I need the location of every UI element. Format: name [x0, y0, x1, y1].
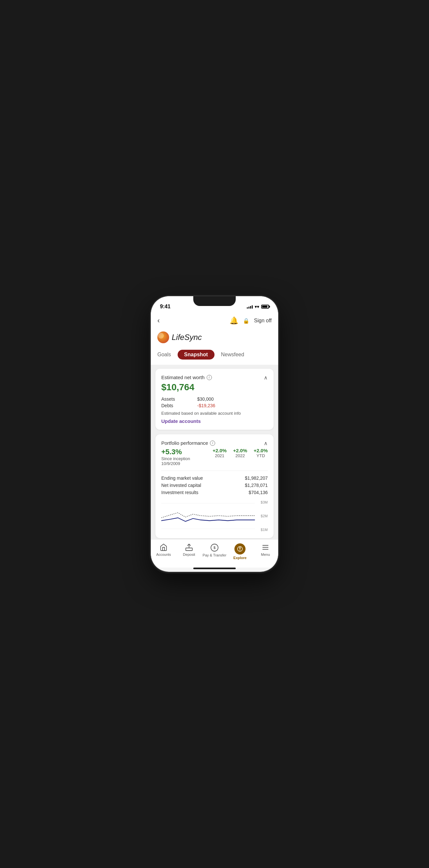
deposit-icon [185, 544, 193, 551]
nav-item-accounts[interactable]: Accounts [151, 542, 176, 561]
svg-marker-8 [239, 547, 241, 549]
chart-labels: $3M $2M $1M [261, 500, 268, 532]
portfolio-chart: $3M $2M $1M [161, 500, 268, 532]
investment-results-row: Investment results $704,136 [161, 490, 268, 495]
portfolio-info-icon[interactable]: i [210, 440, 215, 446]
nav-item-deposit[interactable]: Deposit [176, 542, 202, 561]
net-worth-card-header: Estimated net worth i ∧ [161, 375, 268, 381]
signal-bar-2 [248, 307, 249, 309]
portfolio-chart-svg [161, 500, 258, 532]
top-nav-right: 🔔 🔒 Sign off [229, 316, 272, 325]
year-perf-ytd-label: YTD [254, 453, 268, 458]
status-time: 9:41 [160, 304, 171, 310]
wifi-icon: ▾▾ [255, 304, 259, 309]
estimated-note: Estimated based on available account inf… [161, 411, 268, 416]
since-inception-block: +5.3% Since inception 10/9/2009 [161, 448, 213, 466]
phone-frame: 9:41 ▾▾ ‹ 🔔 🔒 [151, 296, 278, 572]
portfolio-card: Portfolio performance i ∧ +5.3% Since in… [155, 434, 274, 538]
since-date: 10/9/2009 [161, 461, 213, 466]
signal-icon [247, 305, 253, 309]
net-worth-collapse-icon[interactable]: ∧ [264, 375, 268, 381]
svg-text:$: $ [214, 546, 215, 550]
assets-row: Assets $30,000 [161, 397, 268, 402]
nav-item-pay-transfer[interactable]: $ Pay & Transfer [202, 542, 227, 561]
battery-fill [262, 306, 267, 308]
nav-label-deposit: Deposit [183, 553, 195, 556]
compass-icon [237, 546, 243, 552]
bottom-nav: Accounts Deposit $ Pay & Transfer [151, 539, 278, 567]
nav-label-explore: Explore [234, 556, 246, 560]
accounts-icon [160, 544, 167, 551]
portfolio-main-perf: +5.3% Since inception 10/9/2009 +2.0% 20… [161, 448, 268, 466]
menu-icon [262, 544, 269, 551]
debts-label: Debts [161, 403, 184, 408]
logo-area: LifeSync [151, 329, 278, 348]
content-area: Estimated net worth i ∧ $10,764 Assets $… [151, 365, 278, 539]
year-perf-2021: +2.0% 2021 [213, 448, 226, 458]
chart-label-1m: $1M [261, 528, 268, 532]
signal-bar-4 [252, 305, 253, 309]
sign-off-button[interactable]: Sign off [254, 318, 272, 323]
svg-marker-9 [239, 549, 241, 552]
top-nav: ‹ 🔔 🔒 Sign off [151, 312, 278, 329]
ending-market-row: Ending market value $1,982,207 [161, 475, 268, 481]
net-invested-row: Net invested capital $1,278,071 [161, 483, 268, 488]
year-perf-2021-value: +2.0% [213, 448, 226, 453]
year-perf-ytd-value: +2.0% [254, 448, 268, 453]
logo-image [157, 332, 169, 343]
year-perf-2021-label: 2021 [213, 453, 226, 458]
net-worth-info-icon[interactable]: i [207, 375, 212, 380]
nav-label-menu: Menu [261, 553, 270, 556]
home-indicator [193, 567, 236, 569]
signal-bar-3 [250, 306, 251, 309]
net-worth-value: $10,764 [161, 382, 268, 393]
svg-rect-3 [186, 548, 192, 551]
chart-label-3m: $3M [261, 500, 268, 504]
assets-label: Assets [161, 397, 184, 402]
year-perf-ytd: +2.0% YTD [254, 448, 268, 458]
notch [193, 296, 236, 306]
investment-results-label: Investment results [161, 490, 198, 495]
status-icons: ▾▾ [247, 304, 269, 309]
back-button[interactable]: ‹ [157, 316, 160, 325]
pay-transfer-icon: $ [210, 544, 219, 552]
bell-icon[interactable]: 🔔 [229, 316, 238, 325]
net-worth-title: Estimated net worth i [161, 375, 212, 380]
year-perf-2022-label: 2022 [233, 453, 247, 458]
nav-item-explore[interactable]: Explore [227, 542, 253, 561]
year-perf-2022: +2.0% 2022 [233, 448, 247, 458]
nav-item-menu[interactable]: Menu [253, 542, 278, 561]
ending-market-label: Ending market value [161, 475, 203, 481]
debts-row: Debts -$19,236 [161, 403, 268, 408]
nav-label-pay-transfer: Pay & Transfer [203, 553, 226, 557]
main-perf-value: +5.3% [161, 448, 213, 456]
tab-goals[interactable]: Goals [157, 350, 171, 359]
explore-icon [235, 544, 246, 555]
nav-label-accounts: Accounts [156, 553, 171, 556]
debts-value: -$19,236 [197, 403, 215, 408]
phone-screen: 9:41 ▾▾ ‹ 🔔 🔒 [151, 296, 278, 572]
tabs-container: Goals Snapshot Newsfeed [151, 348, 278, 365]
logo-text: LifeSync [172, 333, 202, 342]
net-invested-value: $1,278,071 [245, 483, 268, 488]
battery-icon [261, 305, 269, 309]
signal-bar-1 [247, 307, 248, 309]
ending-market-value: $1,982,207 [245, 475, 268, 481]
portfolio-card-header: Portfolio performance i ∧ [161, 440, 268, 446]
year-perf-2022-value: +2.0% [233, 448, 247, 453]
assets-value: $30,000 [197, 397, 214, 402]
since-label: Since inception [161, 456, 213, 461]
main-content: ‹ 🔔 🔒 Sign off LifeSync Goals Snapshot N… [151, 312, 278, 539]
tab-snapshot[interactable]: Snapshot [178, 350, 214, 360]
portfolio-title: Portfolio performance i [161, 440, 215, 446]
portfolio-collapse-icon[interactable]: ∧ [264, 440, 268, 446]
lock-icon: 🔒 [243, 318, 249, 324]
portfolio-divider [161, 471, 268, 471]
tab-newsfeed[interactable]: Newsfeed [221, 350, 244, 359]
update-accounts-link[interactable]: Update accounts [161, 418, 268, 424]
net-worth-card: Estimated net worth i ∧ $10,764 Assets $… [155, 369, 274, 430]
year-perfs-container: +2.0% 2021 +2.0% 2022 +2.0% YTD [213, 448, 268, 458]
chart-label-2m: $2M [261, 514, 268, 518]
net-invested-label: Net invested capital [161, 483, 201, 488]
investment-results-value: $704,136 [249, 490, 268, 495]
